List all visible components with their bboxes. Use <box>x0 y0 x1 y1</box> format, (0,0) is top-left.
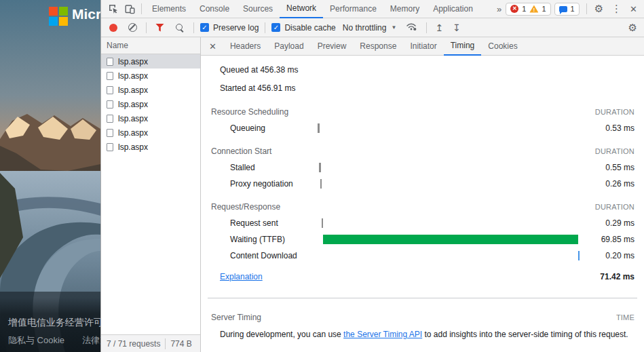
started-at-text: Started at 456.91 ms <box>220 83 644 93</box>
more-tabs-chevron-icon[interactable]: » <box>493 4 506 14</box>
import-har-icon[interactable]: ↥ <box>430 22 448 33</box>
request-row[interactable]: lsp.aspx <box>101 69 200 83</box>
file-icon <box>107 58 113 66</box>
timing-row: Proxy negotiation0.26 ms <box>201 176 644 192</box>
request-name: lsp.aspx <box>118 71 148 81</box>
devtools-main-tabbar: ElementsConsoleSourcesNetworkPerformance… <box>101 0 644 18</box>
record-network-log-button[interactable] <box>109 24 117 32</box>
warning-icon: ! <box>529 5 538 13</box>
errors-warnings-badge[interactable]: ✕1 !1 <box>506 3 550 16</box>
disable-cache-checkbox[interactable]: ✓ Disable cache <box>271 23 335 33</box>
preserve-log-checkbox[interactable]: ✓ Preserve log <box>200 23 259 33</box>
timing-section-title: Resource Scheduling <box>211 107 288 117</box>
footer-link-privacy[interactable]: 隐私与 Cookie <box>8 335 64 345</box>
timing-section: Resource SchedulingDURATIONQueueing0.53 … <box>201 104 644 136</box>
section-divider <box>208 298 637 298</box>
microsoft-wordmark[interactable]: Microsoft <box>72 6 100 22</box>
request-list-panel: Name lsp.aspxlsp.aspxlsp.aspxlsp.aspxlsp… <box>101 37 201 352</box>
detail-tab-preview[interactable]: Preview <box>311 37 354 56</box>
request-row[interactable]: lsp.aspx <box>101 125 200 140</box>
network-panel-body: Name lsp.aspxlsp.aspxlsp.aspxlsp.aspxlsp… <box>101 37 644 352</box>
main-tab-performance[interactable]: Performance <box>323 0 383 18</box>
request-row[interactable]: lsp.aspx <box>101 97 200 111</box>
network-conditions-icon[interactable] <box>406 22 417 34</box>
device-toolbar-icon[interactable] <box>123 2 136 16</box>
footer-link-license[interactable]: 增值电信业务经营许可证 <box>8 317 100 329</box>
filter-icon[interactable] <box>155 24 164 32</box>
request-name: lsp.aspx <box>118 57 148 66</box>
duration-column-header: DURATION <box>595 108 634 116</box>
timing-row-duration: 0.26 ms <box>605 179 634 189</box>
timing-section-title: Request/Response <box>211 202 280 212</box>
main-tab-sources[interactable]: Sources <box>236 0 280 18</box>
devtools-main-tabs: ElementsConsoleSourcesNetworkPerformance… <box>145 0 480 18</box>
page-footer: 增值电信业务经营许可证 隐私与 Cookie法律声明 <box>0 298 100 352</box>
main-tab-application[interactable]: Application <box>426 0 480 18</box>
file-icon <box>107 115 113 123</box>
main-tab-memory[interactable]: Memory <box>383 0 426 18</box>
status-divider <box>165 338 166 349</box>
toolbar-divider <box>586 3 587 14</box>
toolbar-divider <box>141 3 142 14</box>
main-tab-console[interactable]: Console <box>193 0 236 18</box>
detail-tab-headers[interactable]: Headers <box>223 37 267 56</box>
request-row[interactable]: lsp.aspx <box>101 111 200 125</box>
logo-square-green <box>59 7 68 16</box>
issues-icon <box>559 6 567 12</box>
request-row[interactable]: lsp.aspx <box>101 140 200 154</box>
request-row[interactable]: lsp.aspx <box>101 54 200 69</box>
duration-column-header: DURATION <box>595 203 634 211</box>
timing-row-label: Waiting (TTFB) <box>230 235 285 244</box>
server-timing-description: During development, you can use the Serv… <box>220 329 634 340</box>
close-devtools-icon[interactable]: ✕ <box>626 4 641 14</box>
inspect-element-icon[interactable] <box>107 2 120 16</box>
detail-tab-payload[interactable]: Payload <box>267 37 310 56</box>
kebab-menu-icon[interactable]: ⋮ <box>607 3 626 15</box>
detail-tab-timing[interactable]: Timing <box>444 37 482 56</box>
toolbar-divider <box>426 22 427 33</box>
throttling-dropdown[interactable]: No throttling ▼ <box>343 23 397 33</box>
server-timing-api-link[interactable]: the Server Timing API <box>343 330 422 339</box>
main-tab-network[interactable]: Network <box>280 0 323 18</box>
warning-count: 1 <box>542 5 546 13</box>
timing-section-header: Connection StartDURATION <box>201 143 644 159</box>
settings-gear-icon[interactable]: ⚙ <box>590 3 607 15</box>
export-har-icon[interactable]: ↧ <box>448 22 466 33</box>
detail-tab-cookies[interactable]: Cookies <box>481 37 524 56</box>
timing-row-duration: 69.85 ms <box>601 235 634 244</box>
request-list: lsp.aspxlsp.aspxlsp.aspxlsp.aspxlsp.aspx… <box>101 54 200 334</box>
clear-network-log-icon[interactable] <box>128 23 137 32</box>
queued-at-text: Queued at 456.38 ms <box>220 65 644 75</box>
timing-row-label: Content Download <box>230 251 297 260</box>
browser-page-preview: Microsoft 增值电信业务经营许可证 隐私与 Cookie法律声明 <box>0 0 100 352</box>
detail-tab-initiator[interactable]: Initiator <box>403 37 443 56</box>
timing-bar <box>323 235 578 244</box>
timing-row-duration: 0.53 ms <box>605 123 634 133</box>
request-row[interactable]: lsp.aspx <box>101 83 200 97</box>
devtools-tabbar-right: » ✕1 !1 1 ⚙ ⋮ ✕ <box>493 3 644 16</box>
request-name: lsp.aspx <box>118 100 148 109</box>
timing-row-label: Queueing <box>230 123 265 133</box>
network-status-bar: 7 / 71 requests 774 B <box>101 334 200 352</box>
timing-bar-track <box>318 218 582 228</box>
explanation-link[interactable]: Explanation <box>220 272 263 281</box>
timing-row: Waiting (TTFB)69.85 ms <box>201 231 644 248</box>
requests-count: 7 / 71 requests <box>107 339 160 349</box>
timing-row-duration: 0.29 ms <box>605 218 634 228</box>
timing-section: Connection StartDURATIONStalled0.55 msPr… <box>201 143 644 192</box>
timing-row: Content Download0.20 ms <box>201 248 644 264</box>
network-settings-gear-icon[interactable]: ⚙ <box>628 22 640 34</box>
microsoft-logo[interactable] <box>49 7 68 26</box>
server-timing-title: Server Timing <box>211 313 261 322</box>
detail-tab-response[interactable]: Response <box>353 37 403 56</box>
request-list-name-header[interactable]: Name <box>101 37 200 54</box>
search-icon[interactable] <box>175 23 185 33</box>
timing-bar-track <box>318 179 582 189</box>
timing-section: Request/ResponseDURATIONRequest sent0.29… <box>201 199 644 264</box>
main-tab-elements[interactable]: Elements <box>145 0 193 18</box>
timing-bar <box>319 163 321 172</box>
issues-badge[interactable]: 1 <box>554 3 580 16</box>
footer-link-legal[interactable]: 法律声明 <box>82 335 100 345</box>
close-detail-icon[interactable]: ✕ <box>201 41 223 52</box>
preserve-log-label: Preserve log <box>213 23 259 33</box>
